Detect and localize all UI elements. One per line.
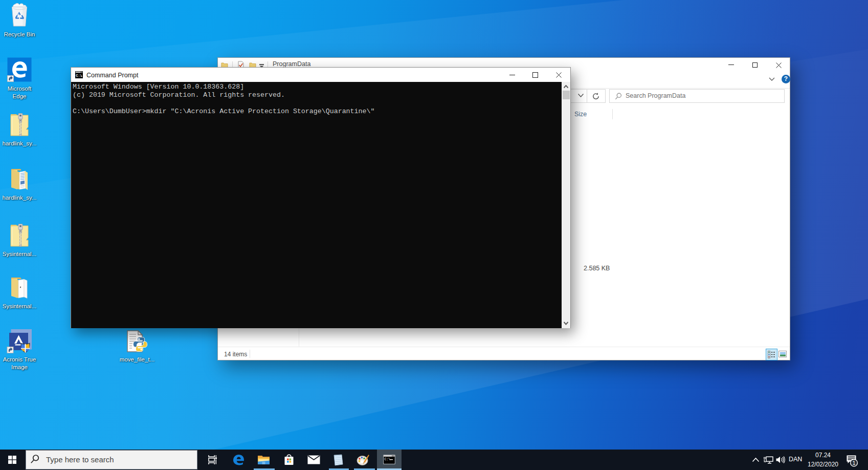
svg-text:1: 1	[852, 460, 855, 466]
svg-text:C:\: C:\	[385, 458, 391, 461]
svg-text:C:\: C:\	[76, 74, 82, 78]
